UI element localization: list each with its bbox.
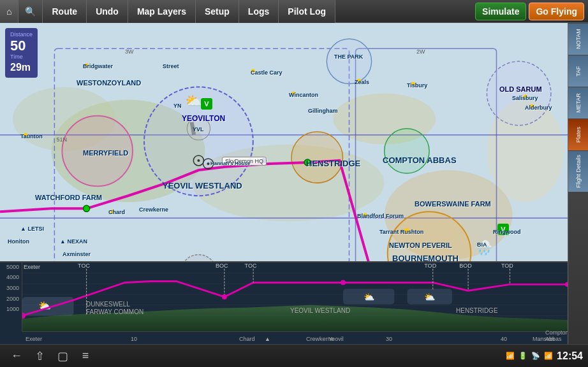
flight-details-button[interactable]: Flight Details (568, 150, 589, 192)
svg-point-69 (222, 294, 227, 299)
weather-icon-1: ⛅ (185, 93, 202, 110)
profile-label-yeovil-profile: YEOVIL WESTLAND (290, 307, 350, 314)
label-taunton: Taunton (20, 133, 43, 140)
goflying-button[interactable]: Go Flying (529, 3, 584, 20)
profile-label-dunkeswell: DUNKESWELL (86, 301, 130, 308)
profile-label-farway: FARWAY COMMON (86, 308, 143, 315)
alt-2000: 2000 (6, 296, 19, 302)
svg-point-70 (341, 280, 346, 285)
signal-icon: 📶 (506, 352, 515, 360)
maplayers-button[interactable]: Map Layers (128, 0, 196, 23)
label-old-sarum: OLD SARUM (499, 85, 542, 93)
label-letsi1: ▲ LETSI (20, 226, 44, 232)
simulate-button[interactable]: Simulate (475, 3, 526, 20)
up-button[interactable]: ⇧ (28, 347, 51, 365)
svg-text:⛅: ⛅ (424, 292, 436, 303)
label-zeals: Zeals (355, 79, 369, 85)
profile-x-20: ▲ (265, 336, 270, 342)
plates-button[interactable]: Plates (568, 119, 589, 150)
label-hannahs: Hannah's House (210, 161, 250, 166)
profile-x-manston: Manston (533, 336, 555, 342)
label-alderbury: Alderbury (525, 104, 552, 111)
svg-text:BOC: BOC (216, 263, 228, 269)
map-area[interactable]: 51N 3W 2W ⛅ 🌧️ V V SkyDemon HQ WESTONZOY… (0, 23, 568, 344)
label-watchford: WATCHFORD FARM (35, 194, 102, 201)
profile-strip: 5000 4000 3000 2000 1000 (0, 261, 568, 344)
svg-text:TOC: TOC (245, 263, 257, 269)
label-gillingham: Gillingham (308, 108, 338, 114)
label-tarrant: Tarrant Rushton (379, 229, 423, 235)
setup-button[interactable]: Setup (196, 0, 239, 23)
back-button[interactable]: ← (5, 347, 28, 365)
undo-button[interactable]: Undo (87, 0, 128, 23)
alt-5000: 5000 (6, 264, 19, 270)
bottombar: ← ⇧ ▢ ≡ 📶 🔋 📡 📶 12:54 (0, 344, 588, 367)
v-marker-1: V (201, 98, 212, 110)
notam-button[interactable]: NOTAM (568, 23, 589, 55)
label-honiton: Honiton (8, 238, 29, 245)
distance-time-overlay: Distance 50 Time 29m (5, 28, 38, 78)
home-button[interactable]: ⌂ (0, 0, 18, 23)
label-bridgwater: Bridgwater (83, 63, 113, 69)
profile-x-0: Exeter (26, 336, 42, 342)
profile-x-10: 10 (131, 336, 137, 342)
label-yvl: YVL (193, 126, 204, 133)
label-newton-peveril: NEWTON PEVERIL (389, 241, 452, 249)
label-wincanton: Wincanton (289, 92, 318, 98)
alt-4000: 4000 (6, 274, 19, 280)
label-salisbury: Salisbury (512, 95, 538, 101)
svg-text:TOC: TOC (78, 263, 90, 269)
profile-label-henstridge-profile: HENSTRIDGE (456, 307, 498, 314)
label-chard: Chard (108, 209, 125, 215)
profile-x-crewkerne: Crewkerne (306, 336, 334, 342)
label-yeovilton: YEOVILTON (182, 114, 225, 123)
profile-x-40: 40 (501, 336, 507, 342)
menu-button[interactable]: ≡ (74, 347, 97, 365)
label-bia: BIA (477, 241, 487, 248)
pilotlog-button[interactable]: Pilot Log (279, 0, 335, 23)
label-merryfield: MERRYFIELD (83, 149, 128, 157)
label-axminster: Axminster (62, 251, 91, 257)
label-crewkerne: Crewkerne (139, 206, 168, 213)
time-value: 29m (10, 61, 33, 75)
wifi-icon: 📶 (544, 352, 553, 360)
clock-display: 12:54 (557, 350, 583, 362)
logs-button[interactable]: Logs (239, 0, 279, 23)
svg-text:BOD: BOD (459, 263, 472, 269)
main-area: 51N 3W 2W ⛅ 🌧️ V V SkyDemon HQ WESTONZOY… (0, 23, 588, 344)
label-the-park: THE PARK (334, 54, 363, 60)
label-yn: YN (173, 103, 182, 109)
label-tisbury: Tisbury (407, 82, 427, 89)
metar-button[interactable]: METAR (568, 87, 589, 119)
label-blandford: Blandford Forum (357, 213, 404, 219)
topbar: ⌂ 🔍 Route Undo Map Layers Setup Logs Pil… (0, 0, 588, 23)
alt-3000: 3000 (6, 285, 19, 291)
battery-icon: 🔋 (518, 352, 527, 360)
svg-text:⛅: ⛅ (364, 292, 375, 303)
right-sidebar: NOTAM TAF METAR Plates Flight Details (568, 23, 588, 344)
profile-x-chard: Chard (239, 336, 255, 342)
label-henstridge: HENSTRIDGE (306, 159, 360, 168)
profile-content: ⛅ ⛅ ⛅ TOC BOC TOC TOD (22, 263, 568, 331)
label-street: Street (163, 63, 179, 69)
distance-value: 50 (10, 39, 33, 53)
label-bowerswaine: BOWERSWAINE FARM (415, 200, 491, 208)
gps-icon: 📡 (531, 352, 540, 360)
label-compton-abbas: COMPTON ABBAS (383, 155, 457, 165)
label-ringwood: Ringwood (493, 229, 521, 235)
status-area: 📶 🔋 📡 📶 12:54 (506, 350, 583, 362)
svg-point-71 (565, 282, 568, 287)
profile-y-axis: 5000 4000 3000 2000 1000 (0, 263, 22, 331)
time-label: Time (10, 53, 33, 61)
label-yeovil-westland: YEOVIL WESTLAND (163, 181, 242, 191)
route-button[interactable]: Route (43, 0, 87, 23)
svg-text:TOD: TOD (501, 263, 513, 269)
label-castle-cary: Castle Cary (251, 69, 283, 76)
label-nexan: ▲ NEXAN (60, 238, 87, 245)
window-button[interactable]: ▢ (51, 347, 74, 365)
search-button[interactable]: 🔍 (18, 0, 43, 23)
profile-x-axis: Exeter 10 Chard ▲ Yeovil 30 Crewkerne 40… (22, 331, 568, 344)
taf-button[interactable]: TAF (568, 55, 589, 87)
profile-label-exeter: Exeter (24, 264, 40, 270)
profile-x-30: 30 (386, 336, 392, 342)
